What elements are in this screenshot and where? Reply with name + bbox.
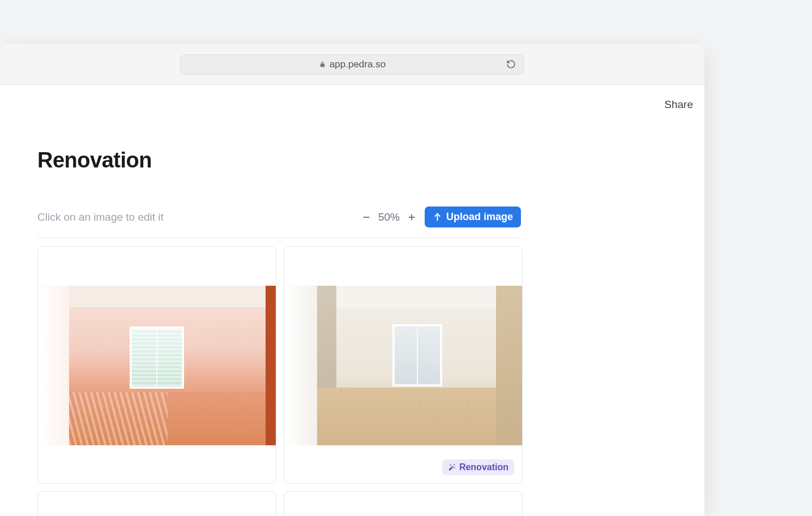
reload-icon[interactable]: [506, 59, 516, 69]
renovation-tag: Renovation: [442, 459, 514, 475]
page-title: Renovation: [37, 148, 704, 173]
browser-chrome: app.pedra.so: [0, 44, 704, 85]
zoom-in-button[interactable]: [405, 211, 418, 223]
toolbar-right: 50% Upload image: [360, 207, 521, 227]
minus-icon: [361, 212, 371, 222]
wand-icon: [448, 463, 456, 471]
lock-icon: [319, 61, 326, 68]
upload-image-button[interactable]: Upload image: [425, 207, 521, 227]
image-card-empty-2[interactable]: [284, 491, 523, 516]
plus-icon: [407, 212, 417, 222]
tag-label: Renovation: [459, 462, 508, 472]
browser-window: app.pedra.so Share Renovation Click on a…: [0, 44, 704, 516]
image-card-renovated[interactable]: Renovation: [284, 246, 523, 484]
room-image-original: [38, 286, 276, 445]
upload-label: Upload image: [446, 211, 513, 223]
toolbar: Click on an image to edit it 50%: [37, 207, 521, 238]
page-content: Renovation Click on an image to edit it …: [0, 85, 704, 516]
address-text: app.pedra.so: [330, 59, 386, 70]
edit-hint: Click on an image to edit it: [37, 211, 164, 223]
upload-icon: [433, 212, 442, 222]
zoom-value: 50%: [378, 211, 400, 223]
image-gallery: Renovation: [37, 246, 524, 516]
share-link[interactable]: Share: [664, 98, 693, 111]
address-bar[interactable]: app.pedra.so: [180, 54, 524, 75]
image-card-original[interactable]: [37, 246, 276, 484]
zoom-controls: 50%: [360, 211, 418, 223]
page-viewport: Share Renovation Click on an image to ed…: [0, 85, 704, 516]
address-content: app.pedra.so: [319, 59, 386, 70]
zoom-out-button[interactable]: [360, 211, 373, 223]
image-card-empty-1[interactable]: [37, 491, 276, 516]
room-image-renovated: [284, 286, 522, 445]
